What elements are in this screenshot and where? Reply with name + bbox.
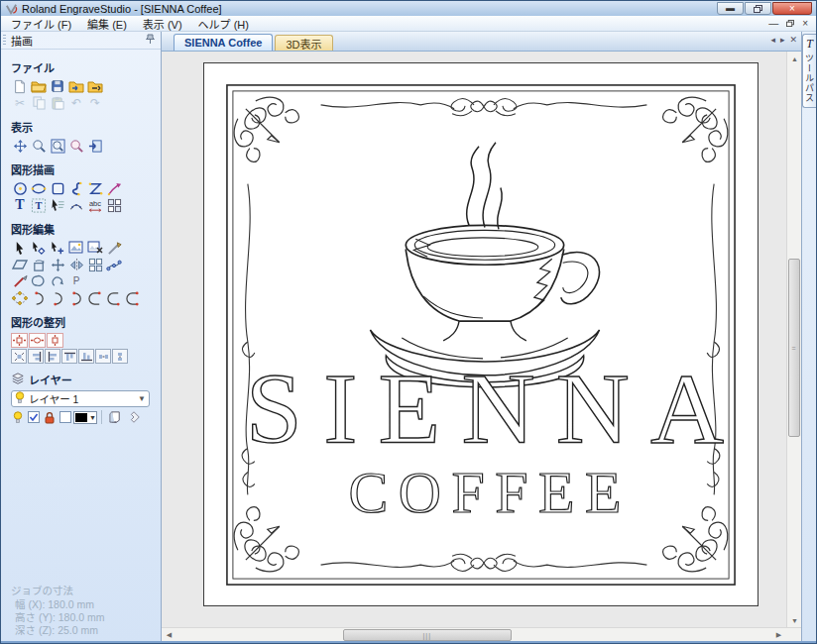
ellipse-tool-icon[interactable] [30, 180, 48, 196]
rotate-tool-icon[interactable] [30, 257, 48, 272]
layer-editable-checkbox[interactable] [26, 409, 41, 425]
align-bottom-icon[interactable] [78, 349, 94, 364]
menu-file[interactable]: ファイル (F) [3, 15, 79, 33]
text-on-arc-icon[interactable] [67, 197, 85, 213]
vertical-scroll-thumb[interactable]: = [788, 259, 800, 437]
move-select-icon[interactable] [49, 240, 66, 256]
align-left-icon[interactable] [45, 349, 60, 364]
save-file-icon[interactable] [49, 78, 66, 94]
horizontal-scrollbar[interactable]: ◀ ||| ▶ [162, 628, 786, 642]
scroll-left-icon[interactable]: ◀ [162, 628, 176, 642]
freehand-tool-icon[interactable] [105, 180, 123, 196]
layer-color-swatch[interactable]: ▼ [73, 411, 97, 424]
move-tool-icon[interactable] [49, 257, 66, 272]
image-delete-icon[interactable] [86, 240, 104, 256]
document-area: SIENNA Coffee 3D表示 ◂ ▸ ✕ [162, 32, 801, 642]
textbox-tool-icon[interactable]: T [30, 197, 48, 213]
circle-tool-icon[interactable] [11, 180, 29, 196]
fit-to-window-icon[interactable] [86, 138, 104, 154]
mdi-restore-icon[interactable] [786, 19, 794, 29]
arc-tool-3-icon[interactable] [67, 290, 85, 306]
panel-grip[interactable] [3, 35, 6, 47]
corner-tool-3-icon[interactable] [124, 290, 142, 306]
space-horizontal-icon[interactable] [95, 349, 111, 364]
arc-tool-1-icon[interactable] [30, 290, 48, 306]
center-in-page-icon[interactable] [11, 333, 28, 348]
skew-tool-icon[interactable] [11, 257, 29, 272]
scroll-right-icon[interactable]: ▶ [771, 628, 786, 642]
design-page[interactable]: SIENNA COFFEE [203, 62, 759, 606]
rectangle-tool-icon[interactable] [49, 180, 66, 196]
tab-scroll-left-icon[interactable]: ◂ [770, 36, 775, 45]
redo-icon[interactable]: ↷ [86, 95, 104, 111]
layer-flip-icon[interactable] [106, 409, 124, 425]
paste-icon[interactable] [49, 95, 66, 111]
path-node-icon[interactable] [105, 257, 123, 272]
tab-3d-view[interactable]: 3D表示 [275, 35, 332, 51]
space-vertical-icon[interactable] [112, 349, 128, 364]
tab-document[interactable]: SIENNA Coffee [174, 34, 273, 51]
corner-tool-1-icon[interactable] [86, 290, 104, 306]
zoom-window-icon[interactable] [49, 138, 66, 154]
text-kerning-icon[interactable]: abc [86, 197, 104, 213]
close-button[interactable]: × [772, 2, 812, 15]
vertical-scrollbar[interactable]: ▲ = ▼ [786, 52, 801, 627]
cut-icon[interactable]: ✂ [11, 95, 29, 111]
section-layer-header: レイヤー [11, 372, 157, 387]
spline-tool-icon[interactable] [67, 180, 85, 196]
layer-visibility-icon[interactable] [11, 409, 25, 425]
align-page-center-icon[interactable] [11, 349, 27, 364]
array-tool-icon[interactable] [86, 257, 104, 272]
node-select-icon[interactable] [11, 290, 29, 306]
align-right-icon[interactable] [28, 349, 44, 364]
scroll-up-icon[interactable]: ▲ [787, 52, 801, 65]
export-file-icon[interactable] [86, 78, 104, 94]
toolpath-panel-tab[interactable]: T ツールパス [802, 34, 816, 108]
minimize-button[interactable]: ▬ [717, 2, 744, 15]
text-select-icon[interactable] [49, 197, 66, 213]
zoom-previous-icon[interactable] [67, 138, 85, 154]
pattern-tool-icon[interactable] [105, 197, 123, 213]
tab-close-icon[interactable]: ✕ [789, 36, 797, 45]
layer-select-checkbox[interactable] [58, 409, 72, 425]
center-horizontal-icon[interactable] [29, 333, 46, 348]
horizontal-scroll-thumb[interactable]: ||| [343, 629, 512, 641]
scroll-down-icon[interactable]: ▼ [787, 613, 801, 627]
trim-tool-icon[interactable] [11, 273, 29, 289]
text-tool-icon[interactable]: T [11, 197, 29, 213]
canvas-viewport[interactable]: SIENNA COFFEE ▲ = ▼ [162, 52, 801, 627]
pan-icon[interactable] [11, 138, 29, 154]
layer-merge-icon[interactable] [125, 409, 143, 425]
import-file-icon[interactable] [67, 78, 85, 94]
mirror-tool-icon[interactable] [67, 257, 85, 272]
job-height-value: 180.0 mm [58, 611, 105, 623]
menu-view[interactable]: 表示 (V) [135, 15, 190, 33]
convert-node-icon[interactable]: P [67, 273, 85, 289]
image-import-icon[interactable] [67, 240, 85, 256]
new-file-icon[interactable] [11, 78, 29, 94]
undo-icon[interactable]: ↶ [67, 95, 85, 111]
menu-edit[interactable]: 編集 (E) [79, 15, 135, 33]
node-edit-icon[interactable] [30, 240, 48, 256]
select-tool-icon[interactable] [11, 240, 29, 256]
layer-dropdown[interactable]: レイヤー 1 ▼ [11, 390, 150, 407]
mdi-minimize-icon[interactable]: — [768, 19, 778, 29]
open-file-icon[interactable] [30, 78, 48, 94]
tab-scroll-right-icon[interactable]: ▸ [780, 36, 785, 45]
weld-tool-icon[interactable] [30, 273, 48, 289]
combine-tool-icon[interactable] [49, 273, 66, 289]
align-top-icon[interactable] [61, 349, 77, 364]
zoom-in-icon[interactable] [30, 138, 48, 154]
measure-tool-icon[interactable] [105, 240, 123, 256]
arc-tool-2-icon[interactable] [49, 290, 66, 306]
center-vertical-icon[interactable] [47, 333, 63, 348]
mdi-close-icon[interactable]: × [802, 19, 808, 29]
polyline-tool-icon[interactable] [86, 180, 104, 196]
dropdown-arrow-icon: ▼ [138, 394, 146, 403]
layer-lock-icon[interactable] [42, 409, 57, 425]
corner-tool-2-icon[interactable] [105, 290, 123, 306]
menu-help[interactable]: ヘルプ (H) [190, 15, 257, 33]
panel-pin-icon[interactable] [146, 34, 155, 47]
copy-icon[interactable] [30, 95, 48, 111]
restore-button[interactable] [745, 2, 771, 15]
